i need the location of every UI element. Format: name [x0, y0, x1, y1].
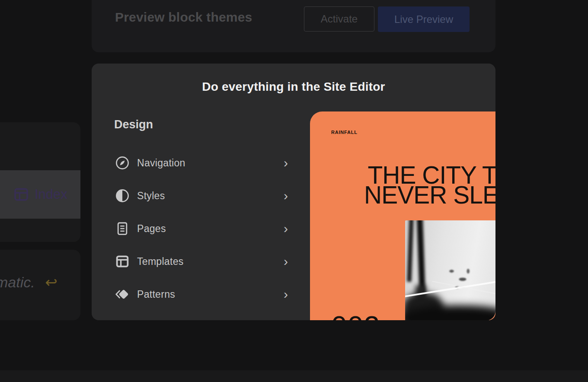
- site-editor-feature-modal: Do everything in the Site Editor Design …: [92, 64, 495, 320]
- template-icon: [14, 188, 28, 201]
- half-circle-styles-icon: [114, 188, 131, 204]
- menu-item-templates[interactable]: Templates ›: [114, 253, 288, 270]
- background-card-edge: [0, 370, 588, 382]
- menu-item-label: Pages: [137, 223, 166, 235]
- menu-item-label: Navigation: [137, 157, 185, 169]
- design-menu: Navigation › Styles › Pa: [114, 154, 288, 318]
- compass-navigation-icon: [114, 155, 131, 171]
- menu-item-label: Styles: [137, 190, 165, 202]
- modal-title: Do everything in the Site Editor: [92, 80, 495, 94]
- tagline-card: matic. ↩: [0, 250, 80, 320]
- document-pages-icon: [114, 220, 131, 237]
- tagline-fragment: matic.: [0, 274, 35, 290]
- tagline-text: matic. ↩: [0, 274, 58, 291]
- template-row-index[interactable]: Index: [0, 170, 80, 219]
- chevron-right-icon: ›: [284, 189, 288, 202]
- preview-issue-number: 002: [331, 310, 380, 320]
- menu-item-label: Patterns: [137, 289, 175, 300]
- headline-line-2: NEVER SLEEPS: [330, 185, 495, 205]
- menu-item-label: Templates: [137, 256, 184, 267]
- diamond-patterns-icon: [114, 286, 131, 302]
- photo-reflection-streak: [407, 220, 413, 282]
- design-section-heading: Design: [114, 118, 153, 131]
- theme-preview-rainfall: RAINFALL THE CITY THAT NEVER SLEEPS 002: [310, 111, 495, 320]
- menu-item-styles[interactable]: Styles ›: [114, 187, 288, 204]
- menu-item-pages[interactable]: Pages ›: [114, 220, 288, 237]
- template-row-label: Index: [35, 187, 67, 202]
- wet-street-photo: [405, 220, 495, 320]
- layout-templates-icon: [114, 253, 131, 270]
- chevron-right-icon: ›: [284, 156, 288, 169]
- chevron-right-icon: ›: [284, 255, 288, 268]
- chevron-right-icon: ›: [284, 222, 288, 235]
- templates-list-card: Index: [0, 122, 80, 242]
- menu-item-patterns[interactable]: Patterns ›: [114, 286, 288, 303]
- activate-button[interactable]: Activate: [304, 6, 374, 32]
- site-logo-rainfall: RAINFALL: [331, 130, 358, 135]
- live-preview-button[interactable]: Live Preview: [378, 6, 470, 32]
- page-title: Preview block themes: [115, 10, 252, 25]
- menu-item-navigation[interactable]: Navigation ›: [114, 154, 288, 172]
- theme-header-card: Preview block themes Activate Live Previ…: [92, 0, 495, 52]
- chevron-right-icon: ›: [284, 288, 288, 301]
- preview-headline: THE CITY THAT NEVER SLEEPS: [330, 165, 495, 205]
- return-arrow-icon: ↩: [45, 274, 58, 290]
